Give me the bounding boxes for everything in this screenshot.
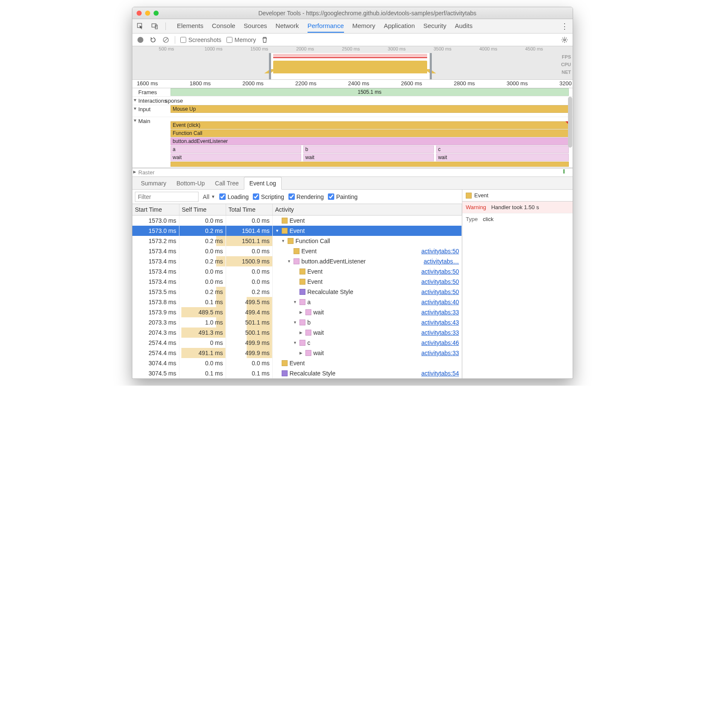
source-link[interactable]: activitytabs:50 xyxy=(421,248,459,255)
source-link[interactable]: activitytabs:40 xyxy=(421,299,459,305)
memory-checkbox[interactable]: Memory xyxy=(227,36,256,43)
interactions-track-label[interactable]: Interactionssponse xyxy=(132,97,171,105)
minimize-icon[interactable] xyxy=(145,11,150,16)
flame-b[interactable]: b xyxy=(303,146,434,153)
frames-track-label[interactable]: Frames xyxy=(132,88,171,96)
table-row[interactable]: 3074.5 ms0.1 ms0.1 msRecalculate Styleac… xyxy=(132,368,462,378)
disclosure-icon[interactable] xyxy=(293,300,297,304)
bottom-tab-call-tree[interactable]: Call Tree xyxy=(210,177,244,189)
scripting-checkbox[interactable]: Scripting xyxy=(253,193,284,200)
overview-handle-left[interactable] xyxy=(269,53,271,79)
record-button[interactable] xyxy=(137,36,144,44)
flame-function-call[interactable]: Function Call xyxy=(171,129,569,137)
source-link[interactable]: activitytabs… xyxy=(424,258,459,265)
bottom-tab-event-log[interactable]: Event Log xyxy=(244,177,282,190)
disclosure-icon[interactable] xyxy=(293,320,297,325)
source-link[interactable]: activitytabs:33 xyxy=(421,329,459,336)
frame-bar[interactable]: 1505.1 ms xyxy=(171,88,569,96)
filter-input[interactable] xyxy=(135,192,199,202)
table-row[interactable]: 2074.3 ms491.3 ms500.1 mswaitactivitytab… xyxy=(132,328,462,338)
detail-tick: 3200 xyxy=(560,80,572,87)
table-row[interactable]: 2073.3 ms1.0 ms501.1 msbactivitytabs:43 xyxy=(132,317,462,328)
trash-icon[interactable] xyxy=(261,36,269,44)
disclosure-icon[interactable] xyxy=(299,351,303,355)
raster-track-label[interactable]: Raster xyxy=(132,168,171,176)
tab-memory[interactable]: Memory xyxy=(352,20,375,33)
disclosure-icon[interactable] xyxy=(299,330,303,335)
category-swatch-icon xyxy=(282,218,288,224)
col-total-time[interactable]: Total Time xyxy=(226,204,272,216)
flame-wait-1[interactable]: wait xyxy=(303,154,434,161)
zoom-icon[interactable] xyxy=(154,11,159,16)
source-link[interactable]: activitytabs:50 xyxy=(421,268,459,275)
disclosure-icon[interactable] xyxy=(281,239,285,243)
close-icon[interactable] xyxy=(137,11,142,16)
device-toggle-icon[interactable] xyxy=(151,22,159,30)
inspect-icon[interactable] xyxy=(137,22,144,30)
table-row[interactable]: 1573.4 ms0.0 ms0.0 msEventactivitytabs:5… xyxy=(132,277,462,287)
disclosure-icon[interactable] xyxy=(299,310,303,314)
level-select[interactable]: All▼ xyxy=(203,193,215,200)
loading-checkbox[interactable]: Loading xyxy=(219,193,249,200)
source-link[interactable]: activitytabs:33 xyxy=(421,309,459,316)
source-link[interactable]: activitytabs:43 xyxy=(421,319,459,326)
tab-performance[interactable]: Performance xyxy=(308,20,344,33)
detail-ruler[interactable]: 1600 ms1800 ms2000 ms2200 ms2400 ms2600 … xyxy=(132,80,573,88)
col-self-time[interactable]: Self Time xyxy=(179,204,226,216)
col-activity[interactable]: Activity xyxy=(272,204,462,216)
tracks-scrollbar[interactable] xyxy=(568,97,572,148)
reload-button[interactable] xyxy=(149,36,157,44)
overview-handle-right[interactable] xyxy=(430,53,432,79)
source-link[interactable]: activitytabs:33 xyxy=(421,350,459,356)
painting-checkbox[interactable]: Painting xyxy=(328,193,358,200)
tab-audits[interactable]: Audits xyxy=(455,20,473,33)
table-row[interactable]: 2574.4 ms491.1 ms499.9 mswaitactivitytab… xyxy=(132,348,462,358)
tab-application[interactable]: Application xyxy=(384,20,415,33)
table-row[interactable]: 1573.4 ms0.0 ms0.0 msEventactivitytabs:5… xyxy=(132,246,462,256)
source-link[interactable]: activitytabs:46 xyxy=(421,339,459,346)
main-track-label[interactable]: Main xyxy=(132,117,171,168)
flame-wait-0[interactable]: wait xyxy=(171,154,301,161)
disclosure-icon[interactable] xyxy=(275,229,280,233)
col-start-time[interactable]: Start Time xyxy=(132,204,179,216)
source-link[interactable]: activitytabs:50 xyxy=(421,288,459,295)
input-bar[interactable]: Mouse Up xyxy=(171,105,569,113)
flame-chart[interactable]: Event (click) Function Call button.addEv… xyxy=(171,117,573,168)
disclosure-icon[interactable] xyxy=(287,259,291,263)
source-link[interactable]: activitytabs:54 xyxy=(421,370,459,377)
source-link[interactable]: activitytabs:50 xyxy=(421,278,459,285)
table-row[interactable]: 1573.9 ms489.5 ms499.4 mswaitactivitytab… xyxy=(132,307,462,317)
disclosure-icon[interactable] xyxy=(293,341,297,345)
table-row[interactable]: 1573.5 ms0.2 ms0.2 msRecalculate Styleac… xyxy=(132,287,462,297)
table-row[interactable]: 1573.0 ms0.0 ms0.0 msEvent xyxy=(132,216,462,226)
clear-button[interactable] xyxy=(162,36,170,44)
tab-elements[interactable]: Elements xyxy=(177,20,204,33)
bottom-tab-summary[interactable]: Summary xyxy=(136,177,171,189)
flame-a[interactable]: a xyxy=(171,146,301,153)
table-row[interactable]: 1573.4 ms0.2 ms1500.9 msbutton.addEventL… xyxy=(132,256,462,266)
table-row[interactable]: 1573.4 ms0.0 ms0.0 msEventactivitytabs:5… xyxy=(132,266,462,277)
flame-listener[interactable]: button.addEventListener xyxy=(171,137,569,145)
table-row[interactable]: 1573.8 ms0.1 ms499.5 msaactivitytabs:40 xyxy=(132,297,462,307)
gear-icon[interactable] xyxy=(561,36,568,44)
table-row[interactable]: 3074.4 ms0.0 ms0.0 msEvent xyxy=(132,358,462,368)
table-row[interactable]: 2574.4 ms0 ms499.9 mscactivitytabs:46 xyxy=(132,338,462,348)
screenshots-checkbox[interactable]: Screenshots xyxy=(180,36,221,43)
bottom-tab-bottom-up[interactable]: Bottom-Up xyxy=(171,177,210,189)
overview-panel[interactable]: 500 ms1000 ms1500 ms2000 ms2500 ms3000 m… xyxy=(132,46,573,80)
input-track-label[interactable]: Input xyxy=(132,105,171,113)
tab-sources[interactable]: Sources xyxy=(244,20,267,33)
memory-label: Memory xyxy=(235,36,256,43)
tab-security[interactable]: Security xyxy=(423,20,446,33)
kebab-menu-icon[interactable]: ⋮ xyxy=(561,22,568,31)
tab-console[interactable]: Console xyxy=(212,20,235,33)
tab-network[interactable]: Network xyxy=(276,20,299,33)
flame-c[interactable]: c xyxy=(436,146,569,153)
flame-wait-2[interactable]: wait xyxy=(436,154,569,161)
flame-event-click[interactable]: Event (click) xyxy=(171,121,569,129)
table-row[interactable]: 1573.2 ms0.2 ms1501.1 msFunction Call xyxy=(132,236,462,246)
flame-bottom-bar[interactable] xyxy=(171,162,569,167)
table-row[interactable]: 1573.0 ms0.2 ms1501.4 msEvent xyxy=(132,226,462,236)
rendering-checkbox[interactable]: Rendering xyxy=(288,193,324,200)
overview-tick: 1500 ms xyxy=(250,46,268,51)
